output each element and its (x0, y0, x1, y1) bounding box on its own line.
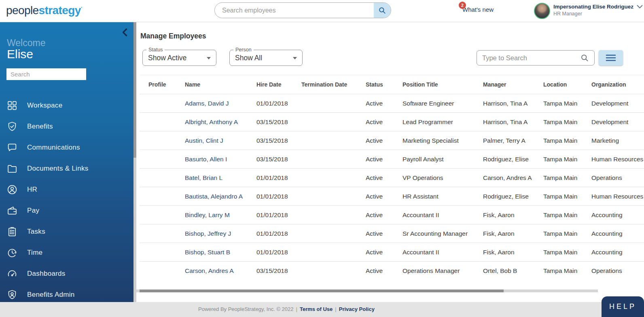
cell-status: Active (366, 206, 402, 224)
cell-location: Tampa Main (543, 131, 591, 150)
employee-name-link[interactable]: Austin, Clint J (185, 137, 223, 144)
cell-location: Tampa Main (543, 224, 591, 243)
column-header-status[interactable]: Status (366, 75, 402, 94)
employee-name-link[interactable]: Batel, Brian L (185, 174, 222, 181)
help-button[interactable]: HELP (602, 296, 644, 317)
column-header-hire-date[interactable]: Hire Date (256, 75, 301, 94)
cell-hire-date: 01/01/2018 (256, 243, 301, 262)
user-avatar[interactable] (534, 3, 550, 19)
cell-profile (140, 262, 185, 280)
cell-name: Basurto, Allen I (185, 150, 256, 169)
sidebar-item-benefits[interactable]: Benefits (0, 116, 133, 137)
person-filter-select[interactable]: Person Show All (229, 50, 303, 66)
cell-termination-date (301, 187, 366, 206)
table-row: Bishop, Stuart B01/01/2018ActiveAccounta… (140, 243, 644, 262)
cell-position-title: Accountant II (402, 206, 483, 224)
sidebar-item-tasks[interactable]: Tasks (0, 221, 133, 242)
cell-termination-date (301, 150, 366, 169)
column-header-position-title[interactable]: Position Title (402, 75, 483, 94)
cell-name: Albright, Anthony A (185, 113, 256, 131)
sidebar-item-label: Benefits Admin (27, 291, 75, 299)
table-menu-button[interactable] (599, 50, 623, 66)
column-header-manager[interactable]: Manager (483, 75, 543, 94)
cell-termination-date (301, 131, 366, 150)
sidebar-item-label: Documents & Links (27, 165, 89, 173)
sidebar: Welcome Elise WorkspaceBenefitsCommunica… (0, 22, 133, 302)
cell-termination-date (301, 243, 366, 262)
sidebar-search (6, 68, 86, 80)
user-menu[interactable]: Impersonating Elise Rodriguez HR Manager (553, 4, 643, 17)
user-role: HR Manager (553, 11, 643, 17)
column-header-name[interactable]: Name (185, 75, 256, 94)
sidebar-item-pay[interactable]: Pay (0, 200, 133, 221)
cell-manager: Harrison, Tina A (483, 113, 543, 131)
global-employee-search-input[interactable] (215, 3, 374, 18)
column-header-organization[interactable]: Organization (591, 75, 644, 94)
sidebar-scrollbar[interactable] (133, 22, 136, 302)
whats-new-link[interactable]: 2 What's new (456, 0, 505, 22)
table-search-input[interactable] (477, 54, 578, 62)
cell-status: Active (366, 243, 402, 262)
search-icon (378, 6, 386, 15)
sidebar-item-workspace[interactable]: Workspace (0, 95, 133, 116)
cell-profile (140, 131, 185, 150)
cell-profile (140, 94, 185, 113)
cell-termination-date (301, 169, 366, 187)
sidebar-item-communications[interactable]: Communications (0, 137, 133, 158)
column-header-profile[interactable]: Profile (140, 75, 185, 94)
cell-name: Bishop, Jeffrey J (185, 224, 256, 243)
column-header-location[interactable]: Location (543, 75, 591, 94)
cell-location: Tampa Main (543, 169, 591, 187)
cell-manager: Rodriguez, Elise (483, 150, 543, 169)
employee-name-link[interactable]: Adams, David J (185, 100, 229, 107)
cell-profile (140, 206, 185, 224)
horizontal-scrollbar-thumb[interactable] (140, 290, 504, 292)
cell-manager: Harrison, Tina A (483, 94, 543, 113)
sidebar-item-time[interactable]: Time (0, 242, 133, 263)
table-row: Bautista, Alejandro A01/01/2018ActiveHR … (140, 187, 644, 206)
chevron-down-icon (633, 5, 643, 8)
employee-name-link[interactable]: Carson, Andres A (185, 267, 234, 274)
cell-manager: Fisk, Aaron (483, 206, 543, 224)
sidebar-item-hr[interactable]: HR (0, 179, 133, 200)
cell-position-title: Accountant II (402, 243, 483, 262)
cell-location: Tampa Main (543, 113, 591, 131)
column-header-termination-date[interactable]: Termination Date (301, 75, 366, 94)
clock-icon (6, 247, 18, 258)
table-row: Basurto, Allen I03/15/2018ActivePayroll … (140, 150, 644, 169)
folder-icon (6, 163, 18, 174)
cell-name: Bindley, Larry M (185, 206, 256, 224)
cell-profile (140, 113, 185, 131)
sidebar-item-label: HR (27, 186, 37, 194)
person-filter-label: Person (233, 47, 254, 53)
sidebar-item-benefits-admin[interactable]: Benefits Admin (0, 284, 133, 302)
cell-manager: Palmer, Terry A (483, 131, 543, 150)
sidebar-item-label: Tasks (27, 228, 45, 236)
workspace-grid-icon (6, 100, 18, 111)
employee-name-link[interactable]: Bautista, Alejandro A (185, 193, 243, 200)
cell-organization: Accounting (591, 224, 644, 243)
horizontal-scrollbar[interactable] (136, 290, 598, 292)
privacy-policy-link[interactable]: Privacy Policy (339, 306, 375, 312)
cell-name: Austin, Clint J (185, 131, 256, 150)
sidebar-item-dashboards[interactable]: Dashboards (0, 263, 133, 284)
chat-bubble-icon (6, 142, 18, 153)
page-footer: Powered By PeopleStrategy, Inc. © 2022|T… (0, 302, 644, 317)
cell-status: Active (366, 94, 402, 113)
sidebar-search-input[interactable] (6, 68, 86, 80)
wallet-icon (6, 205, 18, 216)
chevron-left-icon (121, 28, 128, 37)
sidebar-collapse-button[interactable] (121, 28, 128, 37)
employee-name-link[interactable]: Bindley, Larry M (185, 211, 230, 218)
employee-name-link[interactable]: Bishop, Stuart B (185, 249, 230, 256)
employee-name-link[interactable]: Basurto, Allen I (185, 156, 227, 163)
global-search-button[interactable] (374, 3, 391, 18)
status-filter-select[interactable]: Status Show Active (142, 50, 216, 66)
sidebar-scrollbar-thumb[interactable] (133, 22, 136, 158)
terms-of-use-link[interactable]: Terms of Use (300, 306, 333, 312)
sidebar-item-documents-links[interactable]: Documents & Links (0, 158, 133, 179)
cell-termination-date (301, 224, 366, 243)
employee-name-link[interactable]: Bishop, Jeffrey J (185, 230, 231, 237)
employee-name-link[interactable]: Albright, Anthony A (185, 118, 238, 125)
powered-by-text: Powered By PeopleStrategy, Inc. © 2022 (198, 306, 294, 312)
